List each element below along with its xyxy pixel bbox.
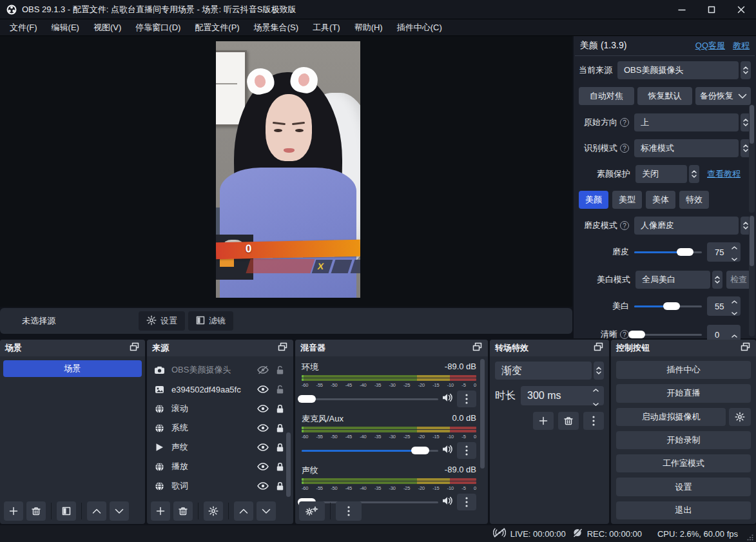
menu-item-2[interactable]: 视图(V): [86, 20, 128, 35]
popout-icon[interactable]: [741, 342, 751, 354]
menu-item-8[interactable]: 插件中心(C): [390, 20, 449, 35]
help-icon[interactable]: ?: [620, 221, 629, 230]
menu-item-6[interactable]: 工具(T): [305, 20, 347, 35]
control-button-4[interactable]: 工作室模式: [616, 454, 751, 472]
menu-item-5[interactable]: 场景集合(S): [247, 20, 305, 35]
sources-scrollbar[interactable]: [286, 360, 291, 501]
beauty-scrollbar-bottom[interactable]: [749, 215, 755, 336]
scrollbar-thumb[interactable]: [480, 359, 485, 469]
beauty-tab-2[interactable]: 美体: [646, 191, 675, 209]
source-row[interactable]: 滚动: [147, 399, 293, 418]
menu-item-4[interactable]: 配置文件(P): [188, 20, 246, 35]
speaker-icon[interactable]: [442, 393, 453, 405]
remove-scene-button[interactable]: [26, 501, 46, 521]
whiten-value-spinner[interactable]: 55: [707, 296, 741, 316]
control-button-1[interactable]: 开始直播: [616, 384, 751, 402]
scrollbar-thumb[interactable]: [286, 432, 291, 497]
duration-spinner[interactable]: 300 ms: [521, 386, 604, 405]
channel-menu-button[interactable]: [457, 442, 476, 459]
control-button-6[interactable]: 退出: [616, 501, 751, 519]
popout-icon[interactable]: [472, 342, 483, 354]
current-source-select[interactable]: OBS美颜摄像头: [617, 61, 739, 79]
backup-restore-button[interactable]: 备份恢复: [695, 87, 751, 105]
qq-support-link[interactable]: QQ客服: [695, 40, 725, 52]
transition-select[interactable]: 渐变: [495, 362, 592, 380]
mixer-menu-button[interactable]: [336, 501, 362, 521]
protect-arrows[interactable]: [689, 165, 699, 183]
visibility-toggle[interactable]: [255, 482, 271, 490]
clarity-slider[interactable]: [634, 331, 702, 338]
scene-down-button[interactable]: [110, 501, 129, 521]
autofocus-button[interactable]: 自动对焦: [579, 87, 634, 105]
popout-icon[interactable]: [130, 342, 140, 354]
visibility-toggle[interactable]: [255, 405, 271, 412]
channel-menu-button[interactable]: [457, 494, 476, 510]
menu-item-7[interactable]: 帮助(H): [347, 20, 390, 35]
smooth-mode-select[interactable]: 人像磨皮: [634, 217, 739, 235]
restore-default-button[interactable]: 恢复默认: [637, 87, 693, 105]
smooth-value-spinner[interactable]: 75: [707, 242, 741, 262]
popout-icon[interactable]: [278, 342, 288, 354]
help-icon[interactable]: ?: [620, 144, 629, 153]
video-preview[interactable]: 0 X: [216, 41, 360, 298]
virtual-camera-settings-button[interactable]: [729, 408, 751, 426]
channel-menu-button[interactable]: [457, 391, 476, 407]
recognition-select[interactable]: 标准模式: [634, 139, 739, 157]
transition-menu-button[interactable]: [583, 412, 604, 430]
add-source-button[interactable]: [151, 501, 170, 521]
menu-item-1[interactable]: 编辑(E): [44, 20, 86, 35]
check-button[interactable]: 检查: [726, 271, 751, 289]
minimize-button[interactable]: [667, 0, 697, 19]
control-button-0[interactable]: 插件中心: [616, 361, 751, 379]
smooth-slider[interactable]: [634, 249, 702, 255]
visibility-toggle[interactable]: [255, 463, 271, 470]
tutorial-link[interactable]: 教程: [733, 40, 750, 52]
whiten-mode-select[interactable]: 全局美白: [635, 271, 710, 289]
source-row[interactable]: e394502df49aa5fc: [147, 380, 293, 399]
remove-transition-button[interactable]: [558, 412, 579, 430]
scene-up-button[interactable]: [87, 501, 106, 521]
source-down-button[interactable]: [257, 501, 276, 521]
scene-filters-button[interactable]: [57, 501, 76, 521]
add-scene-button[interactable]: [4, 501, 23, 521]
speaker-icon[interactable]: [442, 496, 453, 508]
whiten-mode-arrows[interactable]: [712, 271, 722, 289]
source-filters-button[interactable]: 滤镜: [188, 311, 233, 331]
view-tutorial-link[interactable]: 查看教程: [707, 168, 741, 180]
beauty-tab-3[interactable]: 特效: [679, 191, 709, 209]
close-button[interactable]: [726, 0, 756, 19]
source-row[interactable]: 系统: [147, 418, 293, 438]
transition-arrows[interactable]: [594, 362, 604, 380]
beauty-tab-1[interactable]: 美型: [612, 191, 642, 209]
menu-item-3[interactable]: 停靠窗口(D): [128, 20, 188, 35]
volume-slider[interactable]: [302, 395, 438, 403]
source-row[interactable]: 声纹: [147, 438, 293, 457]
whiten-slider[interactable]: [634, 303, 702, 309]
visibility-toggle[interactable]: [255, 385, 271, 393]
source-row[interactable]: 歌词: [147, 476, 293, 496]
remove-source-button[interactable]: [173, 501, 193, 521]
help-icon[interactable]: ?: [620, 118, 629, 127]
protect-select[interactable]: 关闭: [635, 165, 687, 183]
mixer-scrollbar[interactable]: [480, 359, 485, 502]
scene-item[interactable]: 场景: [3, 360, 142, 377]
source-scroll-arrows[interactable]: [741, 61, 751, 79]
menu-item-0[interactable]: 文件(F): [3, 20, 44, 35]
scrollbar-thumb[interactable]: [750, 216, 754, 266]
control-button-5[interactable]: 设置: [616, 478, 751, 496]
beauty-scrollbar-top[interactable]: [749, 104, 755, 213]
resize-grip[interactable]: [747, 533, 753, 539]
visibility-toggle[interactable]: [255, 424, 271, 432]
source-up-button[interactable]: [234, 501, 253, 521]
control-button-3[interactable]: 开始录制: [616, 431, 751, 449]
popout-icon[interactable]: [594, 342, 604, 354]
volume-slider[interactable]: [302, 447, 438, 454]
start-virtual-camera-button[interactable]: 启动虚拟摄像机: [616, 408, 726, 426]
advanced-audio-button[interactable]: [299, 501, 325, 521]
help-icon[interactable]: ?: [620, 330, 629, 339]
visibility-toggle[interactable]: [255, 443, 271, 451]
source-row[interactable]: 播放: [147, 457, 293, 476]
source-row[interactable]: OBS美颜摄像头: [147, 360, 293, 380]
maximize-button[interactable]: [697, 0, 726, 19]
visibility-toggle[interactable]: [255, 365, 271, 374]
